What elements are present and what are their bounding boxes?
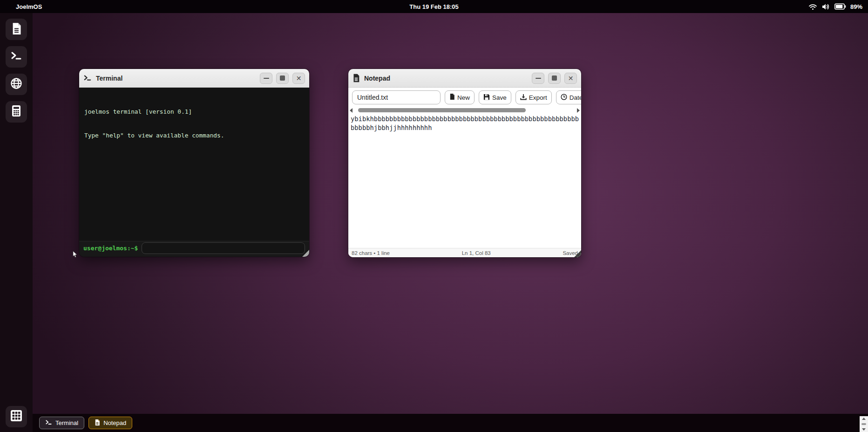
dock-item-browser[interactable] bbox=[6, 74, 27, 95]
taskbar-item-notepad[interactable]: Notepad bbox=[88, 417, 132, 429]
save-icon bbox=[483, 94, 490, 102]
notepad-close-button[interactable]: ✕ bbox=[564, 73, 577, 84]
dock-app-launcher[interactable] bbox=[6, 406, 27, 427]
notepad-window: Notepad ✕ New bbox=[348, 69, 581, 257]
terminal-icon bbox=[10, 51, 22, 63]
dock-item-notepad[interactable] bbox=[6, 19, 27, 40]
notepad-window-title: Notepad bbox=[364, 75, 390, 82]
taskbar-item-label: Notepad bbox=[103, 419, 126, 426]
new-button[interactable]: New bbox=[445, 90, 475, 104]
battery-icon bbox=[834, 3, 846, 10]
app-grid-icon bbox=[10, 410, 22, 424]
filename-input[interactable] bbox=[352, 90, 441, 104]
terminal-close-button[interactable]: ✕ bbox=[292, 73, 305, 84]
document-icon bbox=[11, 22, 22, 37]
save-button-label: Save bbox=[492, 94, 507, 101]
export-button-label: Export bbox=[529, 94, 547, 101]
top-bar: JoelmOS Thu 19 Feb 18:05 89% bbox=[0, 0, 868, 13]
notepad-titlebar[interactable]: Notepad ✕ bbox=[348, 69, 581, 88]
terminal-minimize-button[interactable] bbox=[260, 73, 272, 84]
scroll-down-arrow-icon[interactable] bbox=[862, 428, 866, 431]
terminal-resize-handle[interactable] bbox=[302, 250, 309, 257]
terminal-window: Terminal ✕ joelmos terminal [version 0.1… bbox=[79, 69, 309, 257]
scroll-right-arrow-icon[interactable] bbox=[577, 108, 580, 113]
new-file-icon bbox=[449, 93, 455, 102]
datetime-button-label: Date/Time bbox=[570, 94, 581, 101]
char-count: 82 chars • 1 line bbox=[352, 250, 390, 256]
maximize-icon bbox=[280, 75, 285, 81]
page-scrollbar bbox=[860, 416, 868, 432]
battery-percent: 89% bbox=[850, 3, 862, 10]
dock-item-terminal[interactable] bbox=[6, 46, 27, 68]
new-button-label: New bbox=[457, 94, 470, 101]
terminal-prompt: user@joelmos:~$ bbox=[83, 245, 138, 252]
dock-item-calculator[interactable] bbox=[6, 101, 27, 123]
scrollbar-thumb[interactable] bbox=[358, 108, 526, 112]
taskbar-item-terminal[interactable]: Terminal bbox=[39, 417, 84, 429]
minimize-icon bbox=[264, 78, 269, 79]
document-icon bbox=[353, 74, 360, 82]
page-scrollbar-thumb[interactable] bbox=[861, 423, 866, 425]
taskbar: Terminal Notepad bbox=[33, 414, 868, 432]
scroll-up-arrow-icon[interactable] bbox=[862, 418, 866, 420]
terminal-prompt-bar: user@joelmos:~$ bbox=[79, 241, 309, 257]
datetime-button[interactable]: Date/Time bbox=[556, 90, 581, 104]
system-tray: 89% bbox=[808, 3, 868, 10]
terminal-body: joelmos terminal [version 0.1] Type "hel… bbox=[79, 88, 309, 257]
notepad-minimize-button[interactable] bbox=[532, 73, 544, 84]
scroll-left-arrow-icon[interactable] bbox=[350, 108, 353, 113]
minimize-icon bbox=[536, 78, 541, 79]
mouse-cursor bbox=[73, 251, 77, 260]
cursor-position: Ln 1, Col 83 bbox=[390, 250, 563, 256]
clock-icon bbox=[561, 94, 567, 102]
export-button[interactable]: Export bbox=[515, 90, 552, 104]
close-icon: ✕ bbox=[568, 75, 574, 82]
terminal-icon bbox=[45, 419, 52, 427]
document-icon bbox=[95, 419, 100, 427]
scrollbar-track[interactable] bbox=[354, 108, 575, 112]
notepad-maximize-button[interactable] bbox=[548, 73, 561, 84]
dock bbox=[0, 13, 33, 432]
volume-icon bbox=[821, 3, 830, 10]
terminal-maximize-button[interactable] bbox=[276, 73, 289, 84]
terminal-command-input[interactable] bbox=[142, 242, 305, 254]
terminal-output-line: Type "help" to view available commands. bbox=[84, 131, 304, 139]
terminal-output: joelmos terminal [version 0.1] Type "hel… bbox=[79, 88, 309, 241]
terminal-icon bbox=[83, 75, 92, 82]
save-button[interactable]: Save bbox=[479, 90, 511, 104]
export-download-icon bbox=[520, 94, 527, 102]
clock: Thu 19 Feb 18:05 bbox=[0, 3, 868, 10]
taskbar-item-label: Terminal bbox=[55, 419, 78, 426]
terminal-window-title: Terminal bbox=[96, 75, 122, 82]
notepad-status-bar: 82 chars • 1 line Ln 1, Col 83 Saved bbox=[348, 248, 581, 257]
globe-icon bbox=[10, 77, 22, 91]
calculator-icon bbox=[12, 105, 21, 119]
notepad-text-area[interactable]: ybibkhbbbbbbbbbbbbbbbbbbbbbbbbbbbbbbbbbb… bbox=[348, 113, 581, 248]
wifi-icon bbox=[808, 3, 817, 10]
notepad-horizontal-scrollbar bbox=[348, 107, 581, 113]
notepad-toolbar: New Save bbox=[348, 88, 581, 107]
notepad-resize-handle[interactable] bbox=[574, 250, 581, 257]
terminal-titlebar[interactable]: Terminal ✕ bbox=[79, 69, 309, 88]
close-icon: ✕ bbox=[296, 75, 302, 82]
terminal-output-line: joelmos terminal [version 0.1] bbox=[84, 108, 304, 116]
notepad-body: New Save bbox=[348, 88, 581, 257]
maximize-icon bbox=[552, 75, 557, 81]
